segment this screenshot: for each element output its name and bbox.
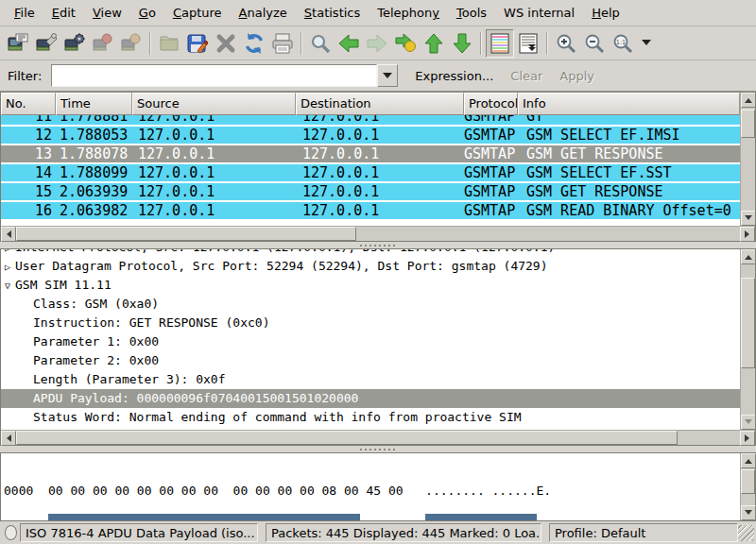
go-last-packet-button[interactable] — [448, 29, 476, 58]
menu-help[interactable]: Help — [583, 2, 628, 24]
detail-row[interactable]: Parameter 2: 0x00 — [1, 351, 740, 370]
scroll-down-button[interactable] — [741, 415, 755, 430]
scroll-up-button[interactable] — [741, 93, 755, 108]
status-profile: Profile: Default — [549, 523, 738, 542]
scroll-thumb[interactable] — [741, 278, 755, 368]
column-header-destination[interactable]: Destination — [296, 93, 464, 115]
packet-row[interactable]: 141.788099127.0.0.1127.0.0.1GSMTAPGSM SE… — [1, 163, 740, 182]
printer-icon — [271, 32, 294, 55]
detail-row-selected[interactable]: APDU Payload: 000000096f0704001500150102… — [1, 389, 740, 408]
scroll-up-button[interactable] — [741, 453, 756, 468]
scroll-trough — [356, 227, 740, 241]
column-header-source[interactable]: Source — [132, 93, 296, 115]
arrow-down-icon — [451, 32, 473, 55]
menu-view[interactable]: View — [84, 2, 130, 24]
restart-capture-icon — [120, 32, 143, 55]
capture-restart-button[interactable] — [117, 29, 146, 58]
filter-input[interactable] — [51, 64, 377, 87]
detail-row[interactable]: ▷User Datagram Protocol, Src Port: 52294… — [1, 257, 740, 276]
packet-row-clipped[interactable]: 111.778881127.0.0.1127.0.0.1GSMTAPGT — [1, 115, 740, 126]
go-first-packet-button[interactable] — [420, 29, 448, 58]
scroll-thumb[interactable] — [741, 469, 755, 494]
expander-icon[interactable]: ▽ — [1, 276, 14, 295]
menu-capture[interactable]: Capture — [164, 2, 231, 24]
menu-go[interactable]: Go — [130, 2, 164, 24]
scroll-up-button[interactable] — [741, 249, 755, 264]
find-packet-button[interactable] — [306, 29, 335, 58]
apply-button[interactable]: Apply — [559, 69, 594, 83]
packet-no: 13 — [1, 145, 56, 162]
packet-no: 11 — [1, 115, 56, 125]
column-header-time[interactable]: Time — [56, 93, 132, 115]
scroll-thumb[interactable] — [16, 431, 678, 445]
detail-row[interactable]: Length (Parameter 3): 0x0f — [1, 370, 740, 389]
detail-row[interactable]: Parameter 1: 0x00 — [1, 332, 740, 351]
detail-row[interactable]: Class: GSM (0xa0) — [1, 295, 740, 314]
packet-destination: 127.0.0.1 — [296, 183, 464, 200]
go-back-button[interactable] — [335, 29, 363, 58]
capture-options-button[interactable] — [32, 29, 60, 58]
go-forward-button[interactable] — [363, 29, 391, 58]
capture-stop-button[interactable] — [89, 29, 117, 58]
resize-grip[interactable] — [738, 525, 754, 541]
menu-tools[interactable]: Tools — [448, 2, 495, 24]
scroll-right-button[interactable] — [740, 227, 755, 242]
menu-edit[interactable]: Edit — [43, 2, 84, 24]
auto-scroll-button[interactable] — [514, 29, 542, 58]
toolbar-overflow-button[interactable] — [637, 29, 656, 58]
packet-info: GSM SELECT EF.IMSI — [518, 127, 740, 144]
clear-button[interactable]: Clear — [510, 69, 542, 83]
column-header-no[interactable]: No. — [1, 93, 56, 115]
packet-list-vscrollbar — [740, 93, 755, 226]
scroll-left-button[interactable] — [1, 431, 16, 446]
menu-ws-internal[interactable]: WS internal — [495, 2, 583, 24]
open-file-button[interactable] — [155, 29, 183, 58]
print-button[interactable] — [268, 29, 297, 58]
list-interfaces-button[interactable] — [4, 29, 32, 58]
zoom-out-button[interactable] — [580, 29, 609, 58]
scroll-thumb[interactable] — [741, 110, 755, 138]
menu-telephony[interactable]: Telephony — [369, 2, 448, 24]
scroll-left-button[interactable] — [1, 227, 16, 242]
menu-file[interactable]: File — [6, 2, 43, 24]
colorize-button[interactable] — [486, 29, 514, 58]
pane-splitter[interactable] — [0, 242, 756, 248]
menu-statistics[interactable]: Statistics — [296, 2, 369, 24]
menu-analyze[interactable]: Analyze — [231, 2, 296, 24]
expert-info-icon[interactable] — [5, 525, 17, 540]
filter-dropdown-button[interactable] — [377, 64, 398, 87]
detail-row[interactable]: ▽GSM SIM 11.11 — [1, 276, 740, 295]
zoom-in-button[interactable] — [552, 29, 580, 58]
reload-button[interactable] — [240, 29, 268, 58]
capture-start-button[interactable] — [60, 29, 89, 58]
scroll-down-button[interactable] — [741, 211, 755, 226]
detail-row-clipped[interactable]: ▷Internet Protocol, Src: 127.0.0.1 (127.… — [1, 249, 740, 257]
hex-ascii: ......E. — [492, 484, 552, 498]
detail-row[interactable]: Status Word: Normal ending of command wi… — [1, 408, 740, 427]
filter-label[interactable]: Filter: — [8, 69, 42, 83]
close-file-button[interactable] — [212, 29, 240, 58]
expander-icon[interactable]: ▷ — [1, 249, 14, 257]
svg-text:1:1: 1:1 — [616, 38, 626, 45]
packet-row[interactable]: 162.063982127.0.0.1127.0.0.1GSMTAPGSM RE… — [1, 201, 740, 220]
expression-button[interactable]: Expression... — [415, 69, 493, 83]
column-header-info[interactable]: Info — [518, 93, 740, 115]
column-header-protocol[interactable]: Protocol — [464, 93, 518, 115]
go-to-packet-button[interactable] — [391, 29, 420, 58]
expander-icon[interactable]: ▷ — [1, 257, 14, 276]
scroll-right-button[interactable] — [740, 431, 755, 446]
hex-line[interactable]: 000000 00 00 00 00 00 00 0000 00 00 00 0… — [4, 484, 740, 499]
detail-row[interactable]: Instruction: GET RESPONSE (0xc0) — [1, 314, 740, 332]
scroll-thumb[interactable] — [16, 227, 356, 241]
status-field-info: ISO 7816-4 APDU Data Payload (iso... — [20, 523, 258, 542]
packet-row[interactable]: 121.788053127.0.0.1127.0.0.1GSMTAPGSM SE… — [1, 126, 740, 144]
pane-splitter[interactable] — [0, 446, 756, 452]
save-file-button[interactable] — [183, 29, 212, 58]
packet-row-selected[interactable]: 131.788078127.0.0.1127.0.0.1GSMTAPGSM GE… — [1, 144, 740, 163]
packet-list-header: No. Time Source Destination Protocol Inf… — [1, 93, 740, 115]
scroll-down-button[interactable] — [741, 505, 756, 520]
zoom-normal-button[interactable]: 1:1 — [609, 29, 637, 58]
packet-protocol: GSMTAP — [464, 127, 518, 144]
packet-source: 127.0.0.1 — [132, 202, 296, 219]
packet-row[interactable]: 152.063939127.0.0.1127.0.0.1GSMTAPGSM GE… — [1, 182, 740, 201]
